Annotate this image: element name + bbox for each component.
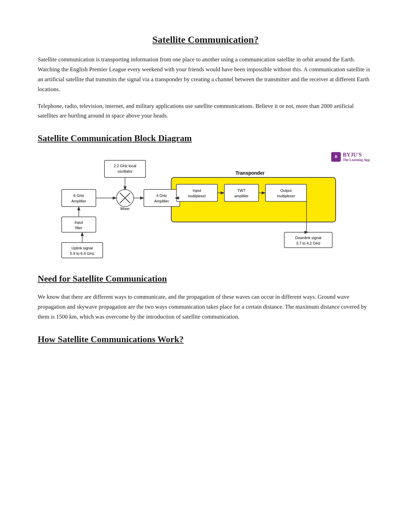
intro-paragraph-2: Telephone, radio, television, internet, … xyxy=(38,101,373,121)
need-heading: Need for Satellite Communication xyxy=(38,274,373,284)
svg-text:4 GHz: 4 GHz xyxy=(156,194,167,198)
byjus-sub-text: The Learning App xyxy=(343,158,370,162)
byjus-icon: B xyxy=(331,152,341,162)
block-diagram-heading: Satellite Communication Block Diagram xyxy=(38,133,373,144)
svg-text:Downlink signal: Downlink signal xyxy=(295,236,321,240)
svg-text:Mixer: Mixer xyxy=(121,207,130,211)
svg-text:filter: filter xyxy=(75,226,83,230)
byjus-text-block: BYJU'S The Learning App xyxy=(343,152,370,162)
svg-rect-5 xyxy=(62,189,96,207)
byjus-main-text: BYJU'S xyxy=(343,152,370,158)
byjus-logo: B BYJU'S The Learning App xyxy=(331,152,370,162)
diagram-container: B BYJU'S The Learning App Transponder 2.… xyxy=(38,152,373,261)
svg-rect-12 xyxy=(144,189,180,207)
svg-text:oscillator: oscillator xyxy=(117,169,133,173)
svg-text:2.2 GHz local: 2.2 GHz local xyxy=(114,164,136,168)
svg-rect-21 xyxy=(265,184,307,201)
svg-text:TWT: TWT xyxy=(237,188,246,193)
svg-rect-15 xyxy=(176,184,217,201)
svg-text:Amplifier: Amplifier xyxy=(154,199,169,203)
svg-text:multiplexer: multiplexer xyxy=(188,194,206,198)
svg-rect-24 xyxy=(62,217,96,232)
page-title: Satellite Communication? xyxy=(38,34,373,45)
svg-rect-18 xyxy=(224,184,259,201)
svg-text:amplifier: amplifier xyxy=(234,194,249,198)
svg-text:6 GHz: 6 GHz xyxy=(73,194,84,198)
svg-text:multiplexer: multiplexer xyxy=(277,194,295,198)
svg-text:5.9 to 6.4 GHz: 5.9 to 6.4 GHz xyxy=(70,251,95,256)
svg-rect-30 xyxy=(284,232,332,248)
intro-paragraph-1: Satellite communication is transporting … xyxy=(38,55,373,95)
svg-text:Transponder: Transponder xyxy=(236,170,265,176)
svg-text:Input: Input xyxy=(193,188,201,193)
svg-text:Amplifier: Amplifier xyxy=(72,199,86,203)
svg-rect-27 xyxy=(62,243,103,258)
svg-text:Output: Output xyxy=(280,188,291,193)
svg-text:3.7 to 4.2 GHz: 3.7 to 4.2 GHz xyxy=(296,241,321,245)
svg-text:Input: Input xyxy=(75,220,83,224)
svg-rect-2 xyxy=(104,160,146,177)
svg-text:Uplink signal: Uplink signal xyxy=(72,246,93,250)
block-diagram-svg: Transponder 2.2 GHz local oscillator 6 G… xyxy=(51,152,360,261)
how-heading: How Satellite Communications Work? xyxy=(38,334,373,345)
need-paragraph: We know that there are different ways to… xyxy=(38,292,373,322)
